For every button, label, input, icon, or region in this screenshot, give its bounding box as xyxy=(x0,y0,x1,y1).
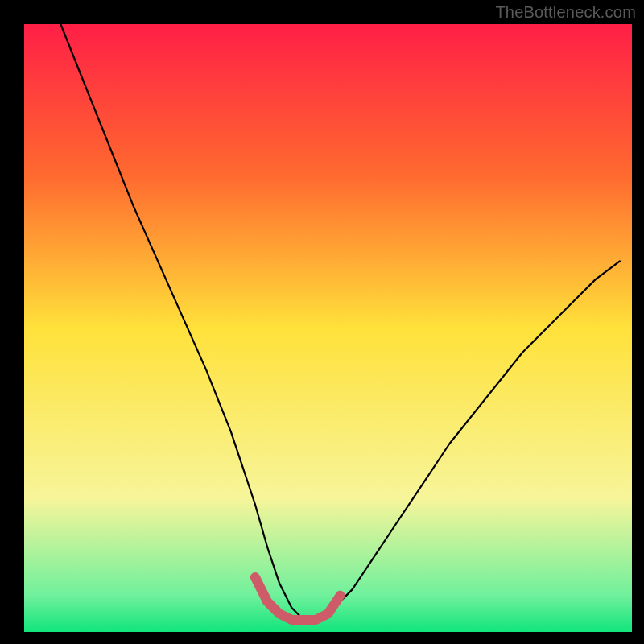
bottleneck-chart xyxy=(0,0,644,644)
chart-stage: TheBottleneck.com xyxy=(0,0,644,644)
watermark-text: TheBottleneck.com xyxy=(495,3,636,22)
plot-background xyxy=(24,24,632,632)
